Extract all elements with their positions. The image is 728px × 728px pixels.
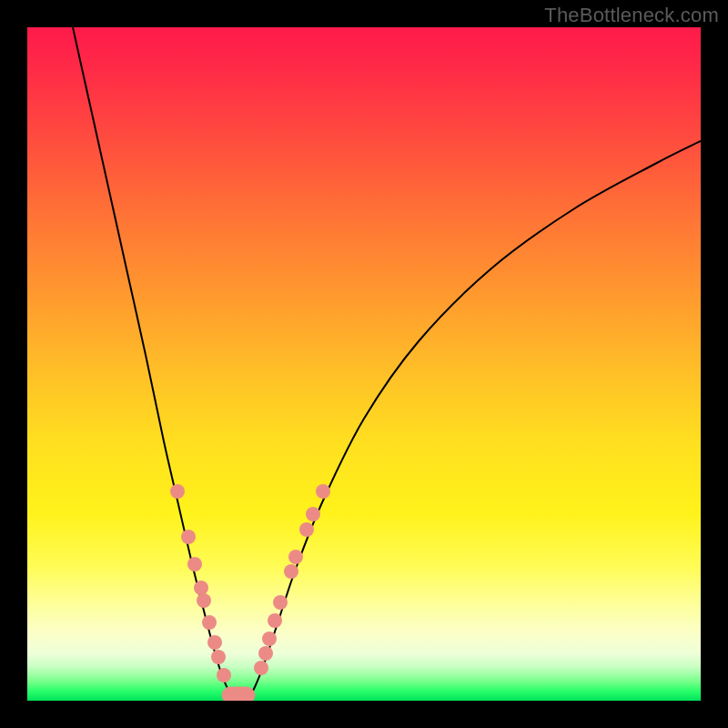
left-branch-curve <box>73 27 235 698</box>
svg-point-9 <box>217 668 231 682</box>
highlight-markers <box>170 484 330 682</box>
svg-point-4 <box>194 581 208 595</box>
svg-point-14 <box>273 595 288 610</box>
svg-point-5 <box>197 593 211 608</box>
plot-area <box>27 27 701 701</box>
svg-point-8 <box>211 650 226 664</box>
svg-point-6 <box>202 615 217 630</box>
svg-point-15 <box>284 564 298 579</box>
svg-point-19 <box>316 484 330 499</box>
svg-point-2 <box>181 530 196 544</box>
svg-point-10 <box>254 661 268 675</box>
svg-point-18 <box>306 507 320 521</box>
svg-rect-0 <box>222 687 255 701</box>
svg-point-1 <box>170 484 185 499</box>
curve-layer <box>27 27 701 701</box>
svg-point-11 <box>258 646 273 661</box>
svg-point-7 <box>207 635 222 650</box>
chart-frame: TheBottleneck.com <box>0 0 728 728</box>
svg-point-17 <box>299 522 314 537</box>
right-branch-curve <box>248 141 701 698</box>
svg-point-3 <box>187 557 202 571</box>
svg-point-13 <box>268 613 282 628</box>
valley-blob <box>222 687 255 701</box>
watermark-text: TheBottleneck.com <box>544 4 719 27</box>
svg-point-12 <box>262 632 277 646</box>
svg-point-16 <box>288 550 303 564</box>
